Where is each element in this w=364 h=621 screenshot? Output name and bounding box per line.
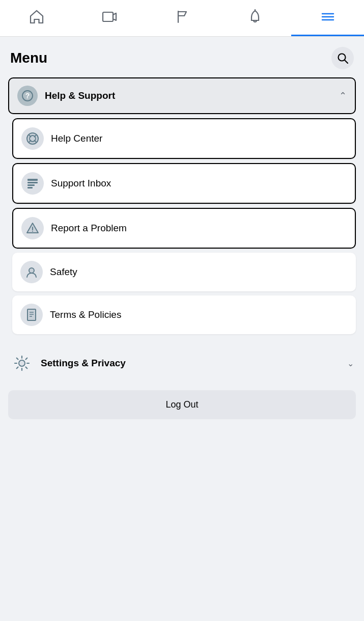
safety-label: Safety	[50, 266, 77, 278]
svg-point-9	[27, 133, 38, 144]
home-icon	[29, 9, 44, 27]
support-inbox-icon	[21, 172, 44, 195]
menu-title: Menu	[10, 50, 47, 66]
help-support-icon: ?	[17, 86, 38, 106]
help-center-icon	[21, 127, 44, 150]
terms-label: Terms & Policies	[50, 309, 121, 320]
safety-icon	[20, 261, 43, 283]
menu-item-safety[interactable]: Safety	[12, 253, 356, 291]
chevron-down-icon: ⌄	[347, 359, 354, 368]
main-content: Menu ? Help & Support ⌃	[0, 37, 364, 431]
menu-item-help-center[interactable]: Help Center	[12, 118, 356, 159]
support-inbox-label: Support Inbox	[51, 178, 111, 189]
menu-item-terms[interactable]: Terms & Policies	[12, 295, 356, 334]
help-center-label: Help Center	[51, 133, 102, 144]
nav-bar	[0, 0, 364, 37]
svg-point-21	[29, 268, 34, 273]
svg-rect-17	[27, 184, 35, 186]
svg-rect-0	[103, 12, 113, 21]
settings-icon	[10, 352, 34, 375]
settings-label: Settings & Privacy	[41, 358, 347, 369]
logout-button[interactable]: Log Out	[8, 390, 356, 419]
logout-section: Log Out	[0, 384, 364, 431]
svg-rect-16	[27, 182, 38, 183]
svg-line-6	[345, 60, 348, 63]
terms-icon	[20, 304, 43, 326]
menu-item-report-problem[interactable]: Report a Problem	[12, 208, 356, 249]
svg-point-26	[19, 360, 25, 366]
bell-icon	[247, 9, 263, 27]
svg-rect-22	[27, 309, 36, 320]
flag-icon	[175, 9, 190, 27]
help-support-items: Help Center Support Inbox	[8, 118, 356, 334]
help-support-label: Help & Support	[45, 90, 339, 101]
settings-privacy-row[interactable]: Settings & Privacy ⌄	[0, 342, 364, 384]
nav-video[interactable]	[73, 0, 146, 36]
svg-text:?: ?	[25, 92, 30, 100]
nav-bell[interactable]	[218, 0, 291, 36]
chevron-up-icon: ⌃	[339, 90, 347, 101]
nav-home[interactable]	[0, 0, 73, 36]
svg-rect-15	[27, 179, 38, 181]
svg-rect-18	[27, 187, 33, 188]
report-problem-label: Report a Problem	[51, 223, 127, 234]
menu-header: Menu	[0, 37, 364, 77]
report-problem-icon	[21, 217, 44, 239]
svg-point-20	[32, 231, 33, 232]
video-icon	[102, 9, 117, 27]
menu-item-support-inbox[interactable]: Support Inbox	[12, 163, 356, 204]
help-support-section: ? Help & Support ⌃	[0, 77, 364, 340]
nav-menu[interactable]	[291, 0, 364, 36]
search-button[interactable]	[331, 47, 354, 69]
nav-flag[interactable]	[146, 0, 218, 36]
hamburger-icon	[320, 9, 335, 27]
help-support-group-header[interactable]: ? Help & Support ⌃	[8, 77, 356, 114]
